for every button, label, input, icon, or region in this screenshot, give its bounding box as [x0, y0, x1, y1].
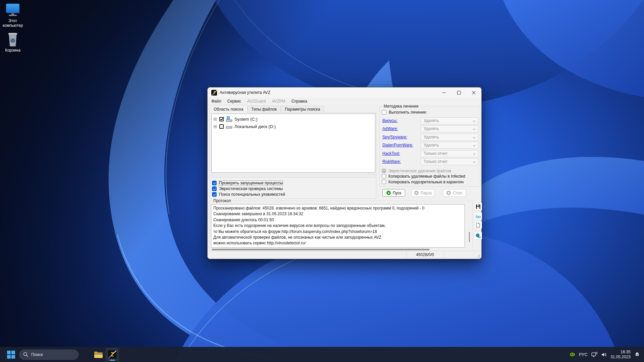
- windows-logo-icon: [7, 351, 15, 359]
- tab-file-types[interactable]: Типы файлов: [248, 106, 281, 113]
- minimize-button[interactable]: [437, 87, 451, 98]
- system-drive-icon: [226, 116, 232, 122]
- chevron-down-icon: [473, 136, 476, 138]
- tree-item-label: Локальный диск (D:): [234, 124, 276, 129]
- log-vertical-scrollbar[interactable]: [469, 232, 470, 242]
- language-indicator[interactable]: РУС: [579, 352, 588, 357]
- perform-treatment-label: Выполнять лечение:: [389, 110, 427, 115]
- riskware-action-select[interactable]: Только отчет: [421, 158, 478, 165]
- start-menu-button[interactable]: [4, 348, 18, 361]
- desktop-icon-recycle-bin[interactable]: ♻ Корзина: [0, 32, 25, 53]
- protocol-log[interactable]: Просканировано файлов: 45028, извлечено …: [211, 204, 465, 248]
- notifications-bell-icon[interactable]: z: [634, 352, 640, 357]
- checkbox-checked[interactable]: [212, 186, 217, 191]
- scrollbar-thumb[interactable]: [212, 249, 430, 250]
- tab-search-area[interactable]: Область поиска: [210, 105, 248, 113]
- clear-log-button[interactable]: [474, 221, 482, 229]
- search-placeholder: Поиск: [31, 352, 43, 357]
- menu-bar: Файл Сервис AVZGuard AVZPM Справка: [208, 98, 310, 105]
- pause-icon: [414, 191, 419, 195]
- menu-help[interactable]: Справка: [288, 98, 310, 105]
- viruses-link[interactable]: Вирусы:: [382, 118, 397, 123]
- protocol-group-label: Протокол: [212, 198, 232, 203]
- window-title: Антивирусная утилита AVZ: [220, 90, 270, 95]
- window-controls: [437, 87, 481, 98]
- select-value: Удалять: [424, 126, 439, 131]
- send-to-web-button[interactable]: [474, 232, 482, 240]
- avz-app-icon: Z: [108, 350, 116, 359]
- option-check-processes[interactable]: Проверять запущенные процессы: [212, 180, 283, 185]
- folder-icon: [94, 351, 103, 358]
- drive-d-checkbox[interactable]: [219, 124, 224, 129]
- expand-icon[interactable]: [214, 125, 217, 128]
- search-area-pane: System (C:) Локальный диск (D:) Проверят…: [210, 112, 376, 199]
- stop-button-label: Стоп: [453, 191, 462, 195]
- hacktool-link[interactable]: HackTool:: [382, 151, 400, 156]
- maximize-button[interactable]: [451, 87, 466, 98]
- window-titlebar[interactable]: Z Антивирусная утилита AVZ: [208, 87, 481, 98]
- tab-search-params[interactable]: Параметры поиска: [281, 106, 324, 113]
- riskware-link[interactable]: RiskWare:: [382, 159, 401, 164]
- tab-strip: Область поиска Типы файлов Параметры пои…: [210, 105, 324, 113]
- network-tray-icon[interactable]: [591, 352, 597, 357]
- menu-avzpm: AVZPM: [269, 98, 288, 105]
- drive-tree[interactable]: System (C:) Локальный диск (D:): [211, 114, 375, 173]
- taskbar: Поиск Z РУС: [0, 347, 644, 362]
- expand-icon[interactable]: [214, 118, 217, 121]
- nvidia-tray-icon[interactable]: [570, 352, 575, 357]
- avz-taskbar-button[interactable]: Z: [105, 348, 119, 361]
- tree-item-drive-d[interactable]: Локальный диск (D:): [214, 123, 276, 130]
- tree-item-drive-c[interactable]: System (C:): [214, 116, 258, 122]
- menu-service[interactable]: Сервис: [224, 98, 244, 105]
- menu-file[interactable]: Файл: [208, 98, 224, 105]
- adware-action-select[interactable]: Удалять: [421, 125, 478, 132]
- checkbox-checked[interactable]: [212, 181, 217, 185]
- checkbox-unchecked[interactable]: [382, 180, 386, 184]
- taskbar-search[interactable]: Поиск: [19, 350, 78, 360]
- save-log-button[interactable]: [474, 202, 482, 210]
- select-value: Только отчет: [424, 151, 447, 156]
- svg-text:z: z: [637, 353, 638, 356]
- dialer-action-select[interactable]: Удалять: [421, 142, 478, 149]
- checkbox-unchecked[interactable]: [382, 110, 386, 115]
- svg-text:♻: ♻: [10, 37, 15, 44]
- volume-tray-icon[interactable]: [601, 352, 607, 357]
- desktop-icon-label: Этот компьютер: [0, 18, 25, 28]
- viruses-action-select[interactable]: Удалять: [421, 117, 478, 124]
- option-heuristic-check[interactable]: Эвристическая проверка системы: [212, 186, 283, 191]
- perform-treatment-option[interactable]: Выполнять лечение:: [382, 110, 427, 115]
- avz-window: Z Антивирусная утилита AVZ Файл Сервис A…: [207, 87, 482, 259]
- log-line: то Вы можете обратиться на форум http://…: [213, 229, 463, 235]
- chevron-down-icon: [473, 152, 476, 155]
- select-value: Удалять: [424, 118, 439, 123]
- close-button[interactable]: [466, 87, 481, 98]
- checkbox-unchecked[interactable]: [382, 174, 386, 178]
- search-icon: [23, 352, 28, 357]
- drive-c-checkbox[interactable]: [219, 117, 224, 121]
- checkbox-checked[interactable]: [212, 192, 217, 197]
- minimize-icon: [442, 93, 446, 93]
- option-copy-suspicious[interactable]: Копировать подозрительные в карантин: [382, 179, 464, 184]
- tray-time: 16:35: [610, 350, 631, 355]
- spyware-action-select[interactable]: Удалять: [421, 134, 478, 141]
- treatment-group-label: Методика лечения: [382, 104, 420, 109]
- desktop-icon-this-pc[interactable]: Этот компьютер: [0, 2, 25, 28]
- taskbar-clock[interactable]: 16:35 31.05.2023: [610, 350, 631, 359]
- option-copy-deleted[interactable]: Копировать удаляемые файлы в Infected: [382, 174, 465, 179]
- start-button[interactable]: Пуск: [382, 189, 405, 197]
- resize-grip[interactable]: [477, 254, 480, 257]
- chevron-down-icon: [473, 160, 476, 163]
- hacktool-action-select[interactable]: Только отчет: [421, 150, 478, 157]
- treatment-group: Методика лечения Выполнять лечение: Виру…: [379, 106, 480, 187]
- file-explorer-button[interactable]: [92, 348, 105, 361]
- dialer-link[interactable]: Dialer/PornWare:: [382, 143, 413, 147]
- spyware-link[interactable]: Spy/Spyware:: [382, 135, 407, 139]
- log-line: Для автоматической проверки файлов, не о…: [213, 235, 463, 240]
- tree-horizontal-scrollbar[interactable]: [211, 174, 375, 178]
- option-vulnerability-search[interactable]: Поиск потенциальных уязвимостей: [212, 192, 285, 197]
- view-log-button[interactable]: [474, 212, 482, 220]
- adware-link[interactable]: AdWare:: [382, 126, 398, 131]
- status-divider: [444, 252, 444, 258]
- log-line: Если у Вас есть подозрение на наличие ви…: [213, 223, 463, 229]
- active-app-indicator: [110, 360, 115, 361]
